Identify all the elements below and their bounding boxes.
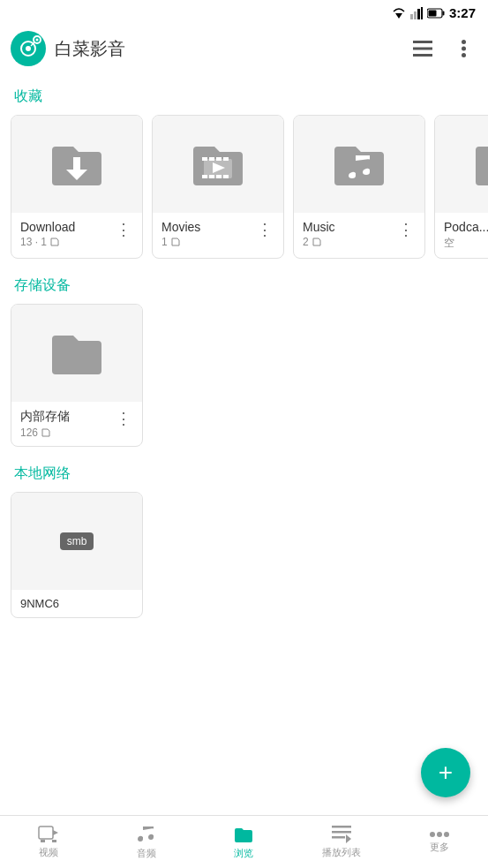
internal-storage-icon (49, 325, 105, 381)
svg-rect-36 (332, 826, 351, 828)
storage-meta-internal: 126 (20, 426, 112, 439)
nav-item-audio[interactable]: 音频 (98, 816, 196, 868)
folder-icon-area-podcast (435, 116, 488, 213)
folder-name-download: Download (20, 220, 112, 234)
svg-point-18 (462, 47, 466, 51)
folder-menu-music[interactable]: ⋮ (394, 220, 417, 239)
browse-nav-icon (233, 825, 254, 844)
signal-icon (410, 7, 423, 19)
playlist-nav-icon (332, 826, 351, 843)
svg-rect-7 (428, 10, 436, 16)
svg-rect-3 (417, 9, 420, 19)
svg-point-17 (462, 40, 466, 44)
svg-rect-2 (414, 11, 417, 19)
folder-meta-movies: 1 (161, 236, 253, 248)
folder-info-podcast: Podca... 空 ⋮ (435, 213, 488, 258)
video-nav-icon (38, 826, 59, 843)
svg-marker-39 (346, 834, 351, 843)
app-bar: 白菜影音 (0, 24, 488, 73)
folder-meta-music: 2 (303, 236, 394, 248)
wifi-icon (392, 7, 406, 19)
collections-header: 收藏 (0, 80, 488, 111)
nav-item-video[interactable]: 视频 (0, 816, 98, 868)
svg-rect-30 (223, 175, 229, 178)
storage-card-internal[interactable]: 内部存储 126 ⋮ (11, 304, 143, 447)
folder-card-podcast[interactable]: Podca... 空 ⋮ (434, 115, 488, 259)
fab-add-button[interactable]: + (421, 748, 470, 797)
more-options-button[interactable] (447, 33, 479, 64)
nav-label-video: 视频 (39, 846, 58, 859)
app-logo (11, 31, 46, 66)
content-area: 收藏 Download 13 · 1 ⋮ (0, 73, 488, 815)
folder-card-download[interactable]: Download 13 · 1 ⋮ (11, 115, 143, 259)
app-bar-actions (407, 33, 479, 64)
svg-point-19 (462, 53, 466, 57)
svg-point-12 (36, 39, 39, 42)
folder-name-movies: Movies (161, 220, 253, 234)
storage-header: 存储设备 (0, 269, 488, 300)
list-view-button[interactable] (407, 33, 439, 64)
svg-rect-27 (202, 175, 207, 178)
svg-rect-37 (332, 831, 351, 834)
nav-item-playlist[interactable]: 播放列表 (293, 816, 391, 868)
svg-rect-16 (413, 54, 432, 57)
bottom-nav: 视频 音频 浏览 播放列表 (0, 815, 488, 868)
nav-label-audio: 音频 (137, 847, 156, 860)
svg-rect-15 (413, 48, 432, 50)
status-icons: 3:27 (392, 5, 476, 20)
smb-info: 9NMC6 (11, 590, 142, 617)
storage-name-internal: 内部存储 (20, 409, 112, 425)
nav-item-browse[interactable]: 浏览 (195, 816, 293, 868)
svg-marker-33 (53, 830, 58, 835)
more-nav-icon (430, 831, 449, 838)
folder-card-movies[interactable]: Movies 1 ⋮ (152, 115, 284, 259)
folder-menu-download[interactable]: ⋮ (112, 220, 135, 239)
svg-rect-34 (41, 840, 45, 842)
storage-menu-internal[interactable]: ⋮ (112, 409, 135, 428)
folder-info-music: Music 2 ⋮ (294, 213, 424, 255)
svg-rect-24 (209, 157, 214, 161)
status-bar: 3:27 (0, 0, 488, 24)
storage-grid: 内部存储 126 ⋮ (0, 300, 488, 457)
smb-card-1[interactable]: smb 9NMC6 (11, 492, 143, 618)
svg-rect-20 (73, 157, 80, 170)
storage-info-internal: 内部存储 126 ⋮ (11, 402, 142, 446)
svg-rect-23 (202, 157, 207, 161)
podcast-folder-icon (472, 136, 488, 192)
fab-plus-icon: + (439, 760, 453, 785)
smb-badge: smb (60, 532, 94, 550)
svg-rect-14 (413, 41, 432, 43)
folder-meta-download: 13 · 1 (20, 236, 112, 248)
svg-marker-0 (395, 13, 402, 19)
folder-name-music: Music (303, 220, 394, 234)
download-folder-icon (49, 136, 105, 192)
folder-meta-podcast: 空 (444, 236, 488, 251)
svg-rect-35 (52, 840, 56, 842)
app-title: 白菜影音 (55, 37, 407, 61)
folder-info-download: Download 13 · 1 ⋮ (11, 213, 142, 255)
audio-nav-icon (138, 825, 155, 844)
smb-icon-area: smb (11, 493, 142, 590)
folder-info-movies: Movies 1 ⋮ (153, 213, 283, 255)
svg-rect-6 (442, 11, 444, 15)
folder-card-music[interactable]: Music 2 ⋮ (293, 115, 425, 259)
nav-label-playlist: 播放列表 (322, 846, 361, 859)
storage-icon-area (11, 305, 142, 402)
folder-name-podcast: Podca... (444, 220, 488, 234)
battery-icon (427, 8, 445, 19)
music-folder-icon (331, 136, 387, 192)
nav-label-browse: 浏览 (234, 847, 253, 860)
svg-point-41 (437, 832, 442, 837)
movies-folder-icon (190, 136, 246, 192)
nav-item-more[interactable]: 更多 (390, 816, 488, 868)
collections-grid: Download 13 · 1 ⋮ (0, 111, 488, 269)
svg-rect-38 (332, 836, 345, 839)
folder-menu-movies[interactable]: ⋮ (253, 220, 276, 239)
svg-rect-32 (39, 826, 53, 839)
svg-point-40 (430, 832, 435, 837)
svg-rect-29 (216, 175, 221, 178)
folder-icon-area-music (294, 116, 424, 213)
svg-rect-25 (216, 157, 221, 161)
network-grid: smb 9NMC6 (0, 488, 488, 629)
folder-icon-area-movies (153, 116, 283, 213)
